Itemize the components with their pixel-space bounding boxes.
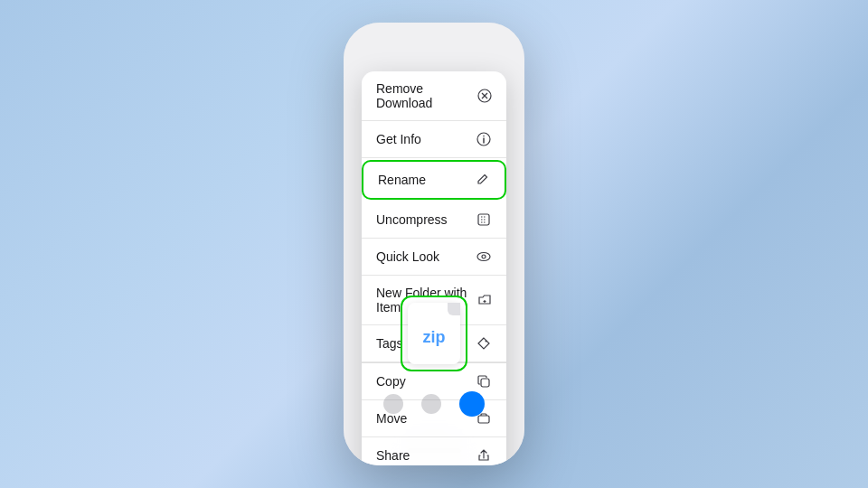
menu-item-share[interactable]: Share [362,437,506,465]
svg-point-10 [477,253,490,261]
get-info-icon [476,131,492,147]
svg-point-11 [482,255,486,258]
file-area: zip [344,296,524,371]
menu-label-quick-look: Quick Look [376,249,439,264]
uncompress-icon [476,211,492,228]
quick-look-icon [476,249,492,265]
menu-label-share: Share [376,448,410,463]
copy-icon [476,373,492,389]
svg-rect-15 [481,379,489,387]
status-bar [344,23,524,62]
menu-label-get-info: Get Info [376,132,421,146]
menu-label-uncompress: Uncompress [376,212,448,227]
svg-point-5 [483,136,485,137]
phone-content: Remove Download Get Info [344,62,524,435]
dock-item-2 [421,394,441,414]
bottom-dock [344,391,524,417]
svg-rect-16 [478,416,489,423]
share-icon [476,447,492,464]
phone-container: Remove Download Get Info [344,23,524,465]
menu-label-copy: Copy [376,374,406,389]
menu-label-remove-download: Remove Download [376,81,476,110]
file-icon-highlighted-wrapper: zip [401,296,467,371]
dock-item-3 [459,391,485,417]
menu-item-quick-look[interactable]: Quick Look [362,239,506,276]
menu-label-rename: Rename [378,173,426,187]
menu-item-rename[interactable]: Rename [362,160,506,200]
menu-item-get-info[interactable]: Get Info [362,121,506,158]
menu-item-uncompress[interactable]: Uncompress [362,202,506,239]
file-icon-label: zip [423,328,446,347]
menu-item-remove-download[interactable]: Remove Download [362,71,506,121]
remove-download-icon [476,88,492,104]
file-icon: zip [408,303,460,364]
dock-item-1 [383,394,403,414]
rename-icon [474,172,490,188]
